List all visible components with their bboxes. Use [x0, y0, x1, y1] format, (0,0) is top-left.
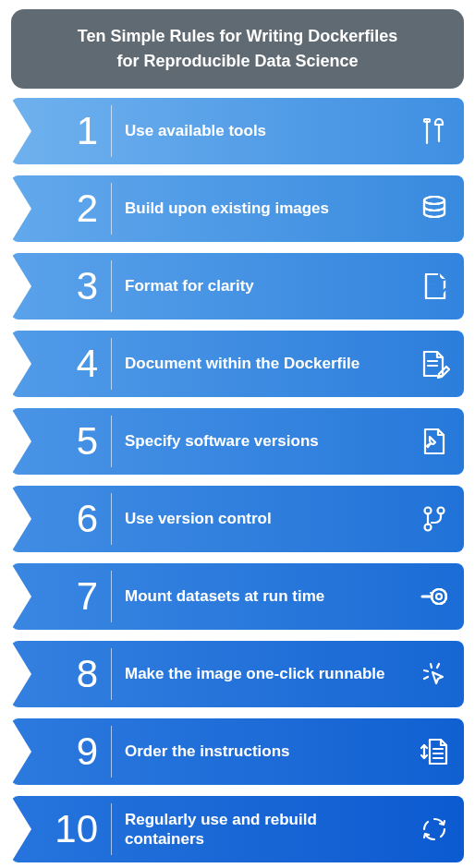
rule-item: 2Build upon existing images: [11, 175, 464, 242]
rule-label: Build upon existing images: [112, 175, 405, 242]
rule-label: Mount datasets at run time: [112, 563, 405, 630]
click-icon: [405, 641, 464, 707]
rule-label: Specify software versions: [112, 408, 405, 475]
rule-label: Format for clarity: [112, 253, 405, 319]
rule-item: 1Use available tools: [11, 98, 464, 164]
rule-number: 10: [11, 796, 111, 862]
rule-item: 10Regularly use and rebuild containers: [11, 796, 464, 862]
title-line2: for Reproducible Data Science: [116, 52, 358, 70]
title-line1: Ten Simple Rules for Writing Dockerfiles: [78, 27, 397, 45]
rule-label: Make the image one-click runnable: [112, 641, 405, 707]
page-title: Ten Simple Rules for Writing Dockerfiles…: [11, 9, 464, 89]
rule-label: Document within the Dockerfile: [112, 331, 405, 397]
rule-number: 9: [11, 718, 111, 785]
rule-number: 5: [11, 408, 111, 475]
rule-label: Use available tools: [112, 98, 405, 164]
rule-item: 8Make the image one-click runnable: [11, 641, 464, 707]
rule-item: 3Format for clarity: [11, 253, 464, 319]
edit-doc-icon: [405, 331, 464, 397]
git-branch-icon: [405, 486, 464, 552]
rule-item: 5Specify software versions: [11, 408, 464, 475]
checklist-icon: [405, 253, 464, 319]
rule-number: 3: [11, 253, 111, 319]
rule-number: 8: [11, 641, 111, 707]
pin-file-icon: [405, 408, 464, 475]
rule-number: 6: [11, 486, 111, 552]
order-doc-icon: [405, 718, 464, 785]
rule-number: 7: [11, 563, 111, 630]
rule-label: Use version control: [112, 486, 405, 552]
database-icon: [405, 175, 464, 242]
rule-item: 9Order the instructions: [11, 718, 464, 785]
rule-number: 1: [11, 98, 111, 164]
rule-number: 4: [11, 331, 111, 397]
rule-item: 6Use version control: [11, 486, 464, 552]
mount-icon: [405, 563, 464, 630]
refresh-icon: [405, 796, 464, 862]
rule-item: 4Document within the Dockerfile: [11, 331, 464, 397]
rule-item: 7Mount datasets at run time: [11, 563, 464, 630]
rule-label: Order the instructions: [112, 718, 405, 785]
rule-label: Regularly use and rebuild containers: [112, 796, 405, 862]
rule-number: 2: [11, 175, 111, 242]
rules-list: 1Use available tools2Build upon existing…: [11, 98, 464, 862]
tools-icon: [405, 98, 464, 164]
